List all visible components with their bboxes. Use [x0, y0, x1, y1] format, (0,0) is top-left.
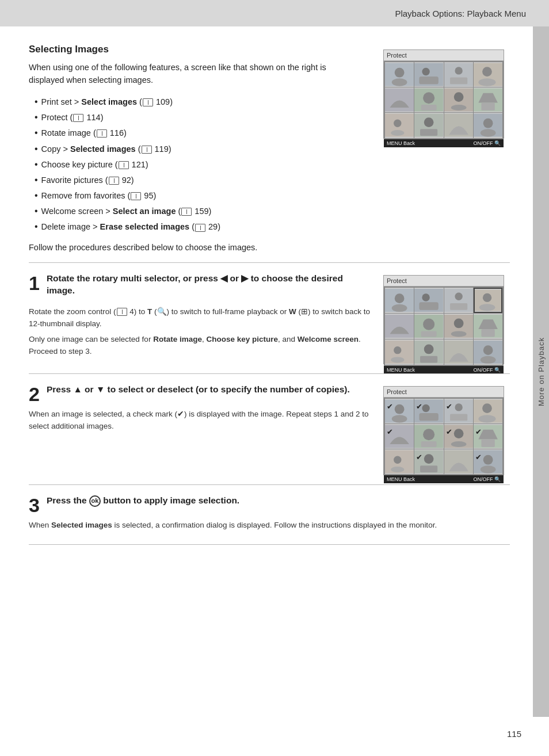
- svg-text:✔: ✔: [417, 453, 423, 461]
- svg-point-64: [392, 415, 407, 422]
- svg-rect-8: [450, 78, 467, 85]
- book-icon: [117, 308, 127, 316]
- book-icon: [109, 177, 119, 185]
- list-item: Favorite pictures ( 92): [35, 172, 334, 188]
- svg-rect-72: [450, 414, 467, 421]
- svg-text:✔: ✔: [387, 402, 393, 411]
- photo-cell: ✔: [385, 424, 414, 449]
- step-2-section: 2 Press ▲ or ▼ to select or deselect (or…: [29, 373, 510, 484]
- photo-cell: ✔: [444, 399, 473, 423]
- page-layout: Selecting Images When using one of the f…: [0, 26, 549, 717]
- svg-text:✔: ✔: [387, 427, 393, 436]
- svg-point-91: [391, 467, 404, 472]
- screen-label-top: Protect: [384, 50, 504, 61]
- svg-point-56: [424, 344, 434, 354]
- screen-grid-step1: [384, 287, 504, 366]
- svg-point-41: [483, 293, 491, 301]
- svg-text:✔: ✔: [417, 402, 423, 411]
- photo-cell: ✔: [385, 399, 414, 423]
- svg-point-18: [451, 105, 466, 110]
- photo-cell: [444, 87, 473, 112]
- photo-cell: [414, 113, 443, 138]
- header-title: Playback Options: Playback Menu: [395, 9, 526, 18]
- svg-point-11: [478, 78, 495, 86]
- svg-rect-5: [420, 77, 439, 84]
- book-icon: [73, 114, 83, 122]
- screen-footer-right: ON/OFF 🔍: [473, 367, 501, 373]
- svg-point-25: [424, 118, 434, 128]
- list-item: Welcome screen > Select an image ( 159): [35, 203, 334, 219]
- section-title: Selecting Images: [29, 44, 372, 55]
- book-icon: [97, 129, 107, 138]
- right-tab: More on Playback: [533, 26, 549, 717]
- intro-text: When using one of the following features…: [29, 61, 328, 87]
- screen-footer-right: ON/OFF 🔍: [473, 140, 501, 146]
- list-item: Choose key picture ( 121): [35, 156, 334, 172]
- step-1-title: Rotate the rotary multi selector, or pre…: [47, 272, 372, 297]
- photo-cell: [444, 288, 473, 313]
- top-camera-screen-col: Protect: [383, 44, 510, 262]
- svg-point-61: [480, 356, 495, 363]
- book-icon: [181, 208, 192, 216]
- follow-text: Follow the procedures described below to…: [29, 243, 372, 252]
- screen-grid-top: [384, 61, 504, 139]
- svg-point-2: [392, 78, 407, 86]
- ok-button-icon: ok: [89, 495, 101, 507]
- photo-cell: [414, 339, 443, 365]
- step-2-number: 2: [29, 384, 40, 404]
- svg-point-7: [455, 67, 462, 74]
- screen-footer-left: MENU Back: [387, 476, 415, 482]
- svg-point-54: [391, 357, 404, 362]
- svg-text:✔: ✔: [475, 453, 482, 461]
- photo-cell: [474, 339, 502, 365]
- svg-point-4: [422, 68, 430, 75]
- step-2-right: Protect ✔ ✔ ✔: [383, 383, 510, 475]
- step-1-left: 1 Rotate the rotary multi selector, or p…: [29, 272, 372, 364]
- screen-footer-step2: MENU Back ON/OFF 🔍: [384, 475, 504, 483]
- top-section: Selecting Images When using one of the f…: [29, 44, 510, 262]
- svg-text:✔: ✔: [446, 427, 452, 436]
- camera-screen-step1: Protect: [383, 275, 504, 364]
- svg-rect-51: [481, 329, 494, 337]
- photo-cell: [414, 424, 443, 449]
- book-icon: [195, 224, 205, 232]
- svg-point-90: [394, 456, 401, 464]
- svg-point-76: [478, 415, 495, 422]
- list-item: Protect ( 114): [35, 109, 334, 125]
- camera-screen-top: Protect: [383, 49, 504, 139]
- svg-point-10: [482, 67, 492, 77]
- svg-rect-68: [420, 413, 439, 421]
- photo-cell: [444, 62, 473, 87]
- svg-point-45: [423, 318, 434, 330]
- photo-cell: [444, 339, 473, 365]
- screen-footer-top: MENU Back ON/OFF 🔍: [384, 139, 504, 147]
- svg-point-33: [392, 304, 407, 311]
- svg-rect-46: [421, 331, 437, 337]
- photo-cell: [444, 314, 473, 339]
- photo-cell: [385, 113, 414, 138]
- svg-point-17: [453, 92, 463, 102]
- photo-cell: [474, 399, 502, 423]
- svg-rect-81: [421, 441, 437, 447]
- list-item: Delete image > Erase selected images ( 2…: [35, 219, 334, 234]
- svg-point-29: [483, 119, 493, 128]
- photo-cell: [474, 62, 502, 87]
- svg-point-49: [451, 331, 466, 337]
- step-3-section: 3 Press the ok button to apply image sel…: [29, 484, 510, 545]
- svg-point-14: [423, 92, 434, 104]
- svg-point-80: [423, 429, 434, 440]
- screen-label-step2: Protect: [384, 387, 504, 398]
- photo-cell: [385, 314, 414, 339]
- step-1-section: 1 Rotate the rotary multi selector, or p…: [29, 262, 510, 373]
- photo-cell: [414, 62, 443, 87]
- book-icon: [142, 146, 152, 154]
- list-item: Rotate image ( 116): [35, 125, 334, 140]
- svg-rect-15: [421, 105, 437, 110]
- svg-point-71: [455, 403, 462, 411]
- photo-cell: ✔: [474, 424, 502, 449]
- step-1-right: Protect: [383, 272, 510, 364]
- svg-point-63: [395, 404, 405, 414]
- photo-cell: [444, 449, 473, 474]
- book-icon: [131, 192, 141, 200]
- right-tab-label: More on Playback: [537, 337, 546, 406]
